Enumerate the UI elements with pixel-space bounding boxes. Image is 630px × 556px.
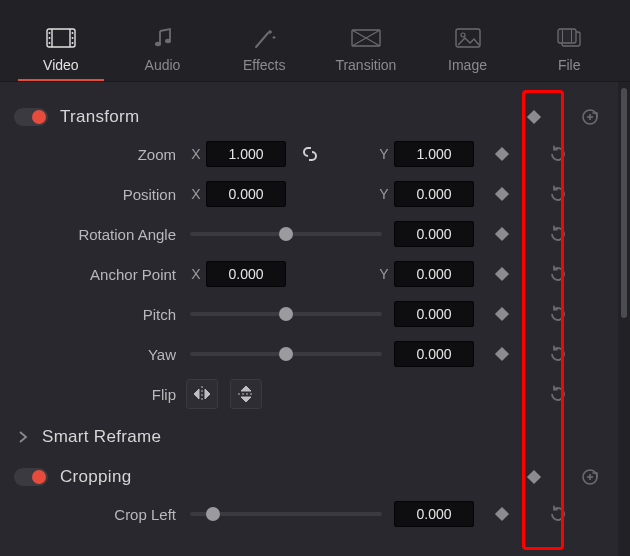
flip-keyframe-placeholder: [490, 382, 514, 406]
position-x-input[interactable]: 0.000: [206, 181, 286, 207]
tab-audio[interactable]: Audio: [112, 0, 214, 81]
rotation-reset-button[interactable]: [546, 222, 570, 246]
pitch-input[interactable]: 0.000: [394, 301, 474, 327]
tab-transition-label: Transition: [335, 57, 396, 73]
yaw-keyframe-button[interactable]: [490, 342, 514, 366]
tab-effects[interactable]: Effects: [213, 0, 315, 81]
yaw-label: Yaw: [10, 346, 186, 363]
pitch-slider[interactable]: [190, 312, 382, 316]
inspector-tabs: Video Audio Effects Transition Image Fil…: [0, 0, 630, 82]
svg-point-4: [48, 37, 50, 39]
zoom-x-input[interactable]: 1.000: [206, 141, 286, 167]
svg-point-10: [165, 39, 171, 43]
anchor-y-input[interactable]: 0.000: [394, 261, 474, 287]
property-rotation: Rotation Angle 0.000: [10, 214, 608, 254]
property-zoom: Zoom X 1.000 Y 1.000: [10, 134, 608, 174]
transition-icon: [351, 27, 381, 49]
position-keyframe-button[interactable]: [490, 182, 514, 206]
yaw-slider[interactable]: [190, 352, 382, 356]
section-cropping: Cropping Crop Left 0.000: [10, 460, 608, 534]
svg-point-13: [461, 33, 465, 37]
anchor-x-input[interactable]: 0.000: [206, 261, 286, 287]
anchor-label: Anchor Point: [10, 266, 186, 283]
cropping-keyframe-button[interactable]: [522, 465, 546, 489]
cropping-enable-toggle[interactable]: [14, 468, 48, 486]
svg-point-7: [71, 37, 73, 39]
svg-point-8: [71, 42, 73, 44]
property-position: Position X 0.000 Y 0.000: [10, 174, 608, 214]
rotation-slider[interactable]: [190, 232, 382, 236]
tab-image-label: Image: [448, 57, 487, 73]
music-note-icon: [148, 27, 178, 49]
tab-video-label: Video: [43, 57, 79, 73]
smart-reframe-title: Smart Reframe: [42, 427, 506, 447]
anchor-reset-button[interactable]: [546, 262, 570, 286]
position-y-axis-label: Y: [374, 186, 394, 202]
chevron-right-icon: [14, 431, 32, 443]
crop-left-label: Crop Left: [10, 506, 186, 523]
transform-enable-toggle[interactable]: [14, 108, 48, 126]
scrollbar-thumb[interactable]: [621, 88, 627, 318]
flip-reset-button[interactable]: [546, 382, 570, 406]
yaw-reset-button[interactable]: [546, 342, 570, 366]
flip-vertical-button[interactable]: [230, 379, 262, 409]
tab-image[interactable]: Image: [417, 0, 519, 81]
tab-video[interactable]: Video: [10, 0, 112, 81]
crop-left-input[interactable]: 0.000: [394, 501, 474, 527]
flip-horizontal-button[interactable]: [186, 379, 218, 409]
crop-left-reset-button[interactable]: [546, 502, 570, 526]
tab-file[interactable]: File: [518, 0, 620, 81]
anchor-y-axis-label: Y: [374, 266, 394, 282]
zoom-link-xy-button[interactable]: [286, 144, 334, 164]
zoom-y-axis-label: Y: [374, 146, 394, 162]
cropping-add-key-button[interactable]: [578, 465, 602, 489]
transform-add-key-button[interactable]: [578, 105, 602, 129]
svg-point-5: [48, 42, 50, 44]
magic-wand-icon: [249, 27, 279, 49]
section-transform: Transform Zoom X 1.000: [10, 100, 608, 414]
image-icon: [453, 27, 483, 49]
file-reel-icon: [554, 27, 584, 49]
svg-point-9: [155, 42, 161, 46]
anchor-x-axis-label: X: [186, 266, 206, 282]
crop-left-keyframe-button[interactable]: [490, 502, 514, 526]
rotation-input[interactable]: 0.000: [394, 221, 474, 247]
pitch-label: Pitch: [10, 306, 186, 323]
tab-transition[interactable]: Transition: [315, 0, 417, 81]
property-pitch: Pitch 0.000: [10, 294, 608, 334]
zoom-x-axis-label: X: [186, 146, 206, 162]
tab-file-label: File: [558, 57, 581, 73]
inspector-panel: Transform Zoom X 1.000: [0, 82, 618, 556]
position-label: Position: [10, 186, 186, 203]
anchor-keyframe-button[interactable]: [490, 262, 514, 286]
video-clip-icon: [46, 27, 76, 49]
property-anchor: Anchor Point X 0.000 Y 0.000: [10, 254, 608, 294]
crop-left-slider[interactable]: [190, 512, 382, 516]
zoom-reset-button[interactable]: [546, 142, 570, 166]
position-x-axis-label: X: [186, 186, 206, 202]
svg-point-3: [48, 32, 50, 34]
transform-keyframe-button[interactable]: [522, 105, 546, 129]
zoom-y-input[interactable]: 1.000: [394, 141, 474, 167]
svg-point-6: [71, 32, 73, 34]
svg-rect-0: [47, 29, 75, 47]
position-y-input[interactable]: 0.000: [394, 181, 474, 207]
rotation-keyframe-button[interactable]: [490, 222, 514, 246]
tab-effects-label: Effects: [243, 57, 286, 73]
panel-scrollbar[interactable]: [618, 82, 630, 556]
property-crop-left: Crop Left 0.000: [10, 494, 608, 534]
property-yaw: Yaw 0.000: [10, 334, 608, 374]
pitch-keyframe-button[interactable]: [490, 302, 514, 326]
rotation-label: Rotation Angle: [10, 226, 186, 243]
cropping-title: Cropping: [60, 467, 506, 487]
position-reset-button[interactable]: [546, 182, 570, 206]
pitch-reset-button[interactable]: [546, 302, 570, 326]
svg-rect-15: [558, 29, 576, 43]
zoom-label: Zoom: [10, 146, 186, 163]
flip-label: Flip: [10, 386, 186, 403]
property-flip: Flip: [10, 374, 608, 414]
smart-reframe-header[interactable]: Smart Reframe: [10, 420, 608, 454]
yaw-input[interactable]: 0.000: [394, 341, 474, 367]
transform-title: Transform: [60, 107, 506, 127]
zoom-keyframe-button[interactable]: [490, 142, 514, 166]
